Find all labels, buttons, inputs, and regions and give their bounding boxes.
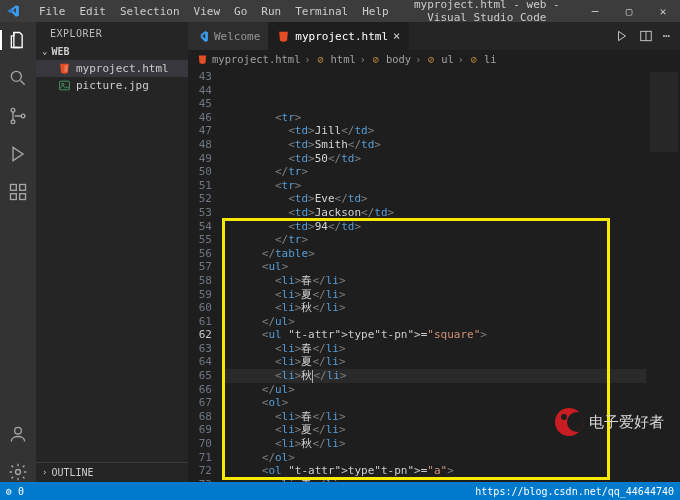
editor-tabs: Welcome myproject.html × ⋯ [188, 22, 680, 50]
crumb[interactable]: body [386, 53, 411, 65]
minimap[interactable] [646, 68, 680, 482]
crumb[interactable]: li [484, 53, 497, 65]
brackets-icon: ⊘ [468, 53, 480, 65]
image-file-icon [58, 79, 71, 92]
menu-edit[interactable]: Edit [73, 2, 114, 21]
tab-welcome[interactable]: Welcome [188, 22, 269, 50]
more-icon[interactable]: ⋯ [663, 29, 670, 43]
svg-point-0 [11, 71, 21, 81]
split-editor-icon[interactable] [639, 29, 653, 43]
explorer-folder-header[interactable]: ⌄ WEB [36, 43, 188, 60]
file-entry-myproject[interactable]: myproject.html [36, 60, 188, 77]
svg-rect-10 [60, 81, 70, 90]
tab-label: myproject.html [295, 30, 388, 43]
accounts-icon[interactable] [8, 424, 28, 444]
menu-terminal[interactable]: Terminal [288, 2, 355, 21]
vscode-logo-icon [196, 30, 209, 43]
chevron-down-icon: ⌄ [42, 46, 47, 56]
outline-section[interactable]: › OUTLINE [36, 463, 188, 482]
brackets-icon: ⊘ [370, 53, 382, 65]
status-url: https://blog.csdn.net/qq_44644740 [475, 486, 674, 497]
menu-help[interactable]: Help [355, 2, 396, 21]
editor-area: Welcome myproject.html × ⋯ myproject.htm… [188, 22, 680, 482]
window-maximize-button[interactable]: ▢ [612, 0, 646, 22]
run-icon[interactable] [615, 29, 629, 43]
menu-file[interactable]: File [32, 2, 73, 21]
menu-view[interactable]: View [187, 2, 228, 21]
vscode-logo-icon [6, 4, 20, 18]
html-file-icon [58, 62, 71, 75]
brackets-icon: ⊘ [425, 53, 437, 65]
window-title: myproject.html - web - Visual Studio Cod… [396, 0, 578, 24]
line-number-gutter: 4344454647484950515253545556575859606162… [188, 68, 222, 482]
tab-label: Welcome [214, 30, 260, 43]
menubar: File Edit Selection View Go Run Terminal… [26, 2, 396, 21]
html-file-icon [196, 53, 208, 65]
project-name: WEB [51, 46, 69, 57]
explorer-header: EXPLORER [36, 22, 188, 43]
svg-rect-7 [20, 185, 26, 191]
svg-point-9 [16, 470, 21, 475]
extensions-icon[interactable] [8, 182, 28, 202]
svg-point-3 [21, 114, 25, 118]
code-content[interactable]: <tr> <td>Jill</td> <td>Smith</td> <td>50… [222, 68, 646, 482]
activity-bar [0, 22, 36, 482]
settings-gear-icon[interactable] [8, 462, 28, 482]
code-editor[interactable]: 4344454647484950515253545556575859606162… [188, 68, 680, 482]
svg-point-8 [15, 427, 22, 434]
file-entry-picture[interactable]: picture.jpg [36, 77, 188, 94]
svg-point-2 [11, 120, 15, 124]
svg-point-1 [11, 108, 15, 112]
search-icon[interactable] [8, 68, 28, 88]
window-close-button[interactable]: ✕ [646, 0, 680, 22]
file-name: myproject.html [76, 62, 169, 75]
title-bar: File Edit Selection View Go Run Terminal… [0, 0, 680, 22]
html-file-icon [277, 30, 290, 43]
window-minimize-button[interactable]: ─ [578, 0, 612, 22]
tab-myproject[interactable]: myproject.html × [269, 22, 409, 50]
file-name: picture.jpg [76, 79, 149, 92]
brackets-icon: ⊘ [315, 53, 327, 65]
crumb[interactable]: myproject.html [212, 53, 301, 65]
menu-run[interactable]: Run [254, 2, 288, 21]
status-bar: ⚙ 0 https://blog.csdn.net/qq_44644740 [0, 482, 680, 500]
chevron-right-icon: › [42, 467, 47, 477]
run-debug-icon[interactable] [8, 144, 28, 164]
close-icon[interactable]: × [393, 29, 400, 43]
crumb[interactable]: ul [441, 53, 454, 65]
crumb[interactable]: html [331, 53, 356, 65]
source-control-icon[interactable] [8, 106, 28, 126]
explorer-sidebar: EXPLORER ⌄ WEB myproject.html picture.jp… [36, 22, 188, 482]
menu-selection[interactable]: Selection [113, 2, 187, 21]
menu-go[interactable]: Go [227, 2, 254, 21]
svg-rect-6 [20, 194, 26, 200]
outline-label: OUTLINE [51, 467, 93, 478]
explorer-icon[interactable] [8, 30, 28, 50]
breadcrumbs[interactable]: myproject.html › ⊘ html › ⊘ body › ⊘ ul … [188, 50, 680, 68]
remote-indicator-icon[interactable]: ⚙ 0 [6, 486, 24, 497]
svg-rect-5 [11, 194, 17, 200]
svg-rect-4 [11, 185, 17, 191]
